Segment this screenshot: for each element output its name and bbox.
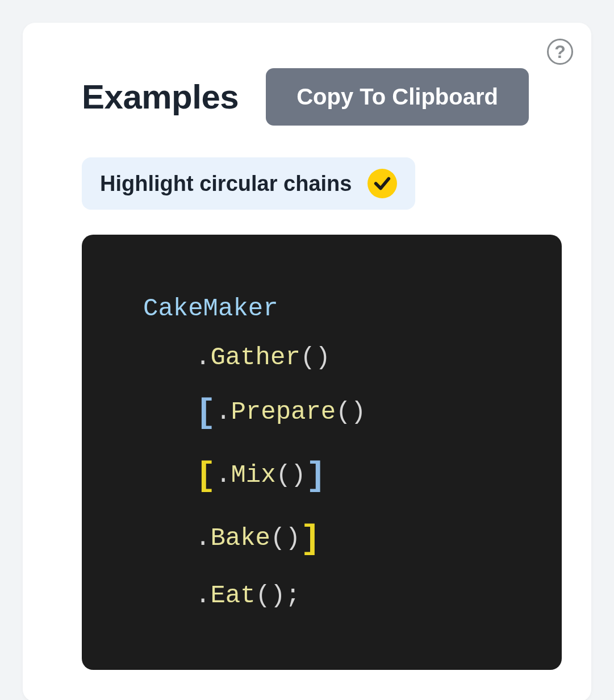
dot-punct: .: [195, 581, 210, 610]
toggle-label: Highlight circular chains: [100, 172, 352, 196]
code-lines: .Gather()[.Prepare()[.Mix()].Bake()].Eat…: [143, 338, 539, 615]
parens-punct: (): [300, 343, 331, 372]
parens-punct: (): [256, 581, 286, 610]
code-line: .Gather(): [143, 338, 539, 377]
code-line: [.Mix()]: [143, 450, 539, 503]
close-bracket-icon: ]: [306, 457, 326, 495]
help-icon[interactable]: ?: [547, 39, 573, 65]
dot-punct: .: [195, 343, 210, 372]
open-bracket-icon: [: [195, 394, 216, 432]
open-bracket-icon: [: [195, 457, 216, 495]
header-row: Examples Copy To Clipboard: [50, 68, 564, 126]
parens-punct: (): [336, 398, 366, 426]
parens-punct: (): [276, 461, 306, 489]
examples-card: ? Examples Copy To Clipboard Highlight c…: [23, 23, 591, 700]
code-type-name: CakeMaker: [143, 294, 278, 323]
dot-punct: .: [216, 461, 231, 489]
parens-punct: (): [270, 524, 300, 552]
terminator-punct: ;: [285, 581, 300, 610]
code-method: Bake: [210, 524, 270, 552]
code-method: Gather: [210, 343, 300, 372]
check-icon: [367, 169, 397, 198]
copy-to-clipboard-button[interactable]: Copy To Clipboard: [266, 68, 529, 126]
code-line: .Eat();: [143, 576, 539, 615]
code-method: Eat: [210, 581, 255, 610]
highlight-circular-chains-toggle[interactable]: Highlight circular chains: [82, 157, 415, 210]
code-line: [.Prepare(): [143, 387, 539, 440]
code-method: Mix: [231, 461, 275, 489]
code-method: Prepare: [231, 398, 336, 426]
dot-punct: .: [216, 398, 231, 426]
dot-punct: .: [195, 524, 210, 552]
section-title: Examples: [82, 77, 239, 116]
code-line: .Bake()]: [143, 513, 539, 566]
code-example-block: CakeMaker .Gather()[.Prepare()[.Mix()].B…: [82, 235, 562, 670]
close-bracket-icon: ]: [300, 520, 321, 559]
